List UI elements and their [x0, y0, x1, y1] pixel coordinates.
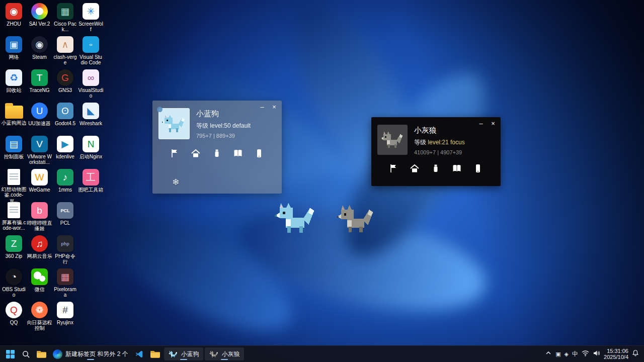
desktop-icon-label: 小蓝狗周边 — [2, 120, 27, 126]
desktop-icon-label: SAI Ver.2 — [29, 21, 50, 27]
desktop-icon[interactable]: 屏幕有骗.code-wor... — [1, 200, 27, 233]
close-button[interactable]: × — [270, 102, 279, 111]
desktop-icon[interactable]: ◉Steam — [27, 34, 52, 67]
code-workspace-file-icon — [8, 169, 20, 185]
taskbar-app-blue-dog[interactable]: 小蓝狗 — [164, 347, 203, 360]
minimize-button[interactable]: – — [258, 102, 267, 111]
folder-icon — [150, 350, 160, 358]
desktop-icon[interactable]: ∞VisualStudio — [78, 67, 104, 101]
desktop-icon[interactable]: N启动Nginx — [78, 134, 104, 167]
network-icon[interactable] — [582, 349, 589, 358]
desktop-icon[interactable]: ▤控制面板 — [1, 134, 27, 167]
book-icon[interactable] — [451, 163, 462, 174]
obs-studio-icon: ◔ — [6, 268, 22, 285]
desktop-icon[interactable]: TTraceNG — [27, 67, 52, 101]
taskbar-app-gray-wolf[interactable]: 小灰狼 — [205, 347, 244, 360]
desktop-icon[interactable]: ▣网络 — [1, 34, 27, 67]
snowflake-icon[interactable]: ❄ — [172, 177, 179, 188]
file-explorer-button[interactable] — [34, 347, 49, 360]
vmware-icon: V — [31, 136, 48, 152]
desktop-icon-label: kdenlive — [56, 154, 74, 159]
desktop-icon[interactable]: VVMware Workstati... — [27, 134, 52, 167]
notification-bell-icon[interactable] — [632, 349, 639, 358]
desktop-icon[interactable]: ♻回收站 — [1, 67, 27, 101]
zhou-icon: ◉ — [6, 3, 22, 20]
gray-wolf-icon — [209, 350, 219, 358]
blue-dog-avatar[interactable] — [158, 108, 190, 139]
start-button[interactable] — [3, 347, 17, 360]
desktop-icon[interactable]: ∧clash-verge — [52, 34, 78, 67]
desktop-icon-label: 控制面板 — [4, 154, 24, 159]
desktop-icon[interactable]: ʘGodot4.5 — [52, 101, 78, 134]
desktop-icon[interactable]: ♪1mms — [52, 167, 78, 200]
desktop-icon[interactable]: GGNS3 — [52, 67, 78, 101]
ime-indicator[interactable]: 中 — [572, 350, 578, 358]
desktop-icon[interactable]: ❁向日葵远程控制 — [27, 300, 52, 333]
feed-icon[interactable] — [430, 163, 441, 174]
desktop-icon[interactable]: 幻想动物图鉴.code-w... — [1, 167, 27, 200]
desktop-icon[interactable]: ♫网易云音乐 — [27, 233, 52, 266]
taskbar-edge-group[interactable]: 新建标签页 和另外 2 个 — [50, 347, 131, 360]
desktop-icon[interactable]: ◔OBS Studio — [1, 266, 27, 300]
desktop-icon[interactable]: ✳ScreenWolf — [78, 1, 104, 34]
desktop-icon[interactable]: ◉ZHOU — [1, 1, 27, 34]
uu-booster-icon: U — [31, 103, 48, 119]
desktop-icon[interactable]: phpPHP命令行 — [52, 233, 78, 266]
desktop-icon-label: 回收站 — [7, 87, 22, 93]
steam-icon: ◉ — [31, 36, 48, 53]
home-icon[interactable] — [409, 163, 420, 174]
desktop-icon[interactable]: ◣Wireshark — [78, 101, 104, 134]
desktop-icon[interactable]: SAI Ver.2 — [27, 1, 52, 34]
tray-chevron-up-icon[interactable] — [545, 349, 552, 358]
app-label: 小蓝狗 — [181, 350, 199, 358]
pet-gray-wolf-sprite[interactable] — [335, 203, 377, 234]
godot-icon: ʘ — [57, 103, 73, 119]
flag-icon[interactable] — [388, 163, 399, 174]
desktop-icon[interactable]: 小蓝狗周边 — [1, 101, 27, 134]
netease-music-icon: ♫ — [31, 235, 48, 252]
desktop-icon[interactable]: ▦Pixelorama — [52, 266, 78, 300]
folder-window-button[interactable] — [148, 347, 163, 360]
lmms-icon: ♪ — [57, 169, 73, 186]
desktop-icon-label: VMware Workstati... — [27, 154, 52, 165]
pet-blue-fox-sprite[interactable] — [273, 200, 318, 235]
vscode-button[interactable] — [132, 347, 146, 360]
home-icon[interactable] — [190, 148, 201, 159]
desktop-icon[interactable]: 微信 — [27, 266, 52, 300]
nginx-icon: N — [83, 136, 99, 152]
minimize-button[interactable]: – — [476, 119, 486, 128]
blue-dog-sprite-small — [161, 114, 187, 134]
desktop-icon-label: GNS3 — [58, 87, 72, 93]
desktop-icon[interactable]: 工图吧工具箱 — [78, 167, 104, 200]
folder-icon — [5, 106, 23, 119]
book-icon[interactable] — [232, 148, 244, 159]
desktop-icon-label: WeGame — [29, 187, 50, 193]
feed-icon[interactable] — [211, 148, 222, 159]
desktop-icon[interactable]: WWeGame — [27, 167, 52, 200]
volume-icon[interactable] — [593, 349, 600, 358]
desktop-icon[interactable]: ‹›Visual Studio Code — [78, 34, 104, 67]
control-panel-icon: ▤ — [6, 136, 22, 152]
desktop-icon[interactable]: UUU加速器 — [27, 101, 52, 134]
tray-app-icon[interactable]: ▣ — [555, 351, 560, 357]
desktop-icon[interactable]: Z360 Zip — [1, 233, 27, 266]
file-explorer-icon — [37, 350, 46, 358]
desktop-icon[interactable]: ▶kdenlive — [52, 134, 78, 167]
pet-name: 小蓝狗 — [196, 109, 251, 119]
desktop-icon-label: Godot4.5 — [55, 121, 75, 126]
gray-wolf-avatar[interactable] — [377, 125, 408, 155]
desktop-icon[interactable]: QQQ — [1, 300, 27, 333]
phone-icon[interactable] — [254, 148, 265, 159]
desktop-icon[interactable]: b哔哩哔哩直播姬 — [27, 200, 52, 233]
clock[interactable]: 15:31:06 2025/10/4 — [604, 348, 628, 360]
tray-date: 2025/10/4 — [604, 354, 628, 360]
cisco-packet-tracer-icon: ▦ — [57, 3, 73, 20]
close-button[interactable]: × — [489, 119, 498, 128]
tray-app-icon[interactable]: ◈ — [565, 351, 569, 357]
desktop-icon[interactable]: #Ryujinx — [52, 300, 78, 333]
desktop-icon[interactable]: PCLPCL — [52, 200, 78, 233]
desktop-icon[interactable]: ▦Cisco Pack... — [52, 1, 78, 34]
phone-icon[interactable] — [472, 163, 484, 174]
search-button[interactable] — [19, 347, 33, 360]
flag-icon[interactable] — [169, 148, 180, 159]
